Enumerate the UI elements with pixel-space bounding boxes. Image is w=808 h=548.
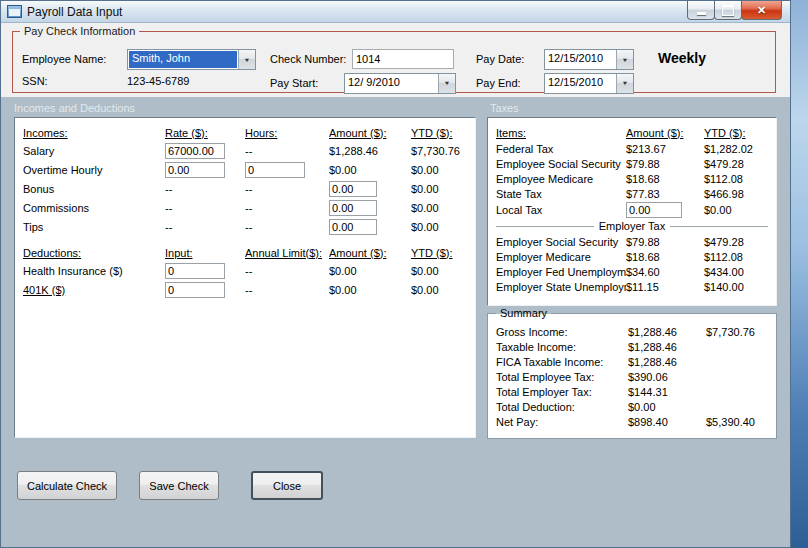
chevron-down-icon[interactable]: ▼ xyxy=(616,50,633,69)
main-area: Incomes and Deductions Taxes Incomes: Ra… xyxy=(1,97,790,547)
employee-ss-amount: $79.88 xyxy=(626,158,704,170)
income-row-commissions: Commissions -- -- $0.00 xyxy=(23,198,475,217)
rate-header: Rate ($): xyxy=(165,127,245,139)
amount-header: Amount ($): xyxy=(329,127,411,139)
tax-amount-header: Amount ($): xyxy=(626,127,704,139)
commissions-hours: -- xyxy=(245,202,329,214)
health-insurance-label: Health Insurance ($) xyxy=(23,265,165,277)
salary-ytd: $7,730.76 xyxy=(411,145,475,157)
federal-tax-amount: $213.67 xyxy=(626,143,704,155)
employee-name-combo[interactable]: Smith, John ▼ xyxy=(127,49,256,70)
income-row-salary: Salary -- $1,288.46 $7,730.76 xyxy=(23,141,475,160)
deduction-row-401k: 401K ($) -- $0.00 $0.00 xyxy=(23,280,475,299)
chevron-down-icon[interactable]: ▼ xyxy=(238,50,255,69)
tax-row: Employee Medicare $18.68 $112.08 xyxy=(496,171,768,186)
incomes-header-row: Incomes: Rate ($): Hours: Amount ($): YT… xyxy=(23,124,475,141)
local-tax-label: Local Tax xyxy=(496,204,626,216)
overtime-label: Overtime Hourly xyxy=(23,164,165,176)
summary-row: Total Employee Tax: $390.06 xyxy=(496,369,768,384)
pay-date-picker[interactable]: 12/15/2010 ▼ xyxy=(544,49,634,70)
employee-name-value: Smith, John xyxy=(129,51,237,68)
commissions-amount-input[interactable] xyxy=(329,200,377,216)
employee-medicare-label: Employee Medicare xyxy=(496,173,626,185)
commissions-label: Commissions xyxy=(23,202,165,214)
taxes-header-row: Items: Amount ($): YTD ($): xyxy=(496,124,768,141)
section-incomes-deductions: Incomes and Deductions xyxy=(14,102,135,114)
employer-state-unemployment-amount: $11.15 xyxy=(626,281,704,293)
desktop-background: Payroll Data Input Pay Check Information… xyxy=(0,0,808,548)
employer-fed-unemployment-ytd: $434.00 xyxy=(704,266,768,278)
tax-row: State Tax $77.83 $466.98 xyxy=(496,186,768,201)
pay-start-label: Pay Start: xyxy=(270,77,318,90)
save-check-button[interactable]: Save Check xyxy=(139,471,219,500)
paycheck-info-legend: Pay Check Information xyxy=(20,25,139,37)
income-row-overtime: Overtime Hourly $0.00 $0.00 xyxy=(23,160,475,179)
health-ytd: $0.00 xyxy=(411,265,475,277)
income-row-bonus: Bonus -- -- $0.00 xyxy=(23,179,475,198)
taxable-income-label: Taxable Income: xyxy=(496,341,628,353)
net-pay-ytd: $5,390.40 xyxy=(706,416,768,428)
401k-input[interactable] xyxy=(165,282,225,298)
overtime-rate-input[interactable] xyxy=(165,162,225,178)
tips-amount-input[interactable] xyxy=(329,219,377,235)
window-controls xyxy=(688,1,782,20)
overtime-hours-input[interactable] xyxy=(245,162,305,178)
input-header: Input: xyxy=(165,247,245,259)
summary-row: Gross Income: $1,288.46 $7,730.76 xyxy=(496,324,768,339)
total-employer-tax-label: Total Employer Tax: xyxy=(496,386,628,398)
incomes-deductions-panel: Incomes: Rate ($): Hours: Amount ($): YT… xyxy=(14,117,476,438)
tax-ytd-header: YTD ($): xyxy=(704,127,768,139)
local-tax-input[interactable] xyxy=(626,202,682,218)
bonus-amount-input[interactable] xyxy=(329,181,377,197)
employer-ss-label: Employer Social Security xyxy=(496,236,626,248)
401k-amount: $0.00 xyxy=(329,284,411,296)
employer-state-unemployment-label: Employer State Unemployment xyxy=(496,281,626,293)
summary-legend: Summary xyxy=(496,306,551,321)
health-insurance-input[interactable] xyxy=(165,263,225,279)
employer-ss-amount: $79.88 xyxy=(626,236,704,248)
tax-row: Employer Fed Unemployment $34.60 $434.00 xyxy=(496,264,768,279)
gross-income-amount: $1,288.46 xyxy=(628,326,706,338)
tax-row: Employer State Unemployment $11.15 $140.… xyxy=(496,279,768,294)
bonus-label: Bonus xyxy=(23,183,165,195)
chevron-down-icon[interactable]: ▼ xyxy=(616,74,633,93)
employer-tax-group-header: Employer Tax xyxy=(496,218,768,234)
gross-income-ytd: $7,730.76 xyxy=(706,326,768,338)
net-pay-label: Net Pay: xyxy=(496,416,628,428)
employer-medicare-amount: $18.68 xyxy=(626,251,704,263)
bonus-rate: -- xyxy=(165,183,245,195)
deductions-header: Deductions: xyxy=(23,247,165,259)
summary-row: Taxable Income: $1,288.46 xyxy=(496,339,768,354)
summary-row: Net Pay: $898.40 $5,390.40 xyxy=(496,414,768,429)
salary-hours: -- xyxy=(245,145,329,157)
salary-rate-input[interactable] xyxy=(165,143,225,159)
pay-date-value: 12/15/2010 xyxy=(545,50,616,69)
employer-fed-unemployment-amount: $34.60 xyxy=(626,266,704,278)
chevron-down-icon[interactable]: ▼ xyxy=(438,74,455,93)
401k-link[interactable]: 401K ($) xyxy=(23,284,165,296)
tips-hours: -- xyxy=(245,221,329,233)
check-number-input[interactable] xyxy=(352,49,454,69)
ssn-label: SSN: xyxy=(22,75,48,88)
net-pay-amount: $898.40 xyxy=(628,416,706,428)
employee-medicare-ytd: $112.08 xyxy=(704,173,768,185)
annual-limit-header: Annual Limit($): xyxy=(245,247,329,259)
state-tax-ytd: $466.98 xyxy=(704,188,768,200)
titlebar[interactable]: Payroll Data Input xyxy=(1,1,790,23)
pay-end-value: 12/15/2010 xyxy=(545,74,616,93)
maximize-icon[interactable] xyxy=(714,1,742,20)
total-deduction-label: Total Deduction: xyxy=(496,401,628,413)
pay-start-value: 12/ 9/2010 xyxy=(345,74,438,93)
employer-fed-unemployment-label: Employer Fed Unemployment xyxy=(496,266,626,278)
pay-start-picker[interactable]: 12/ 9/2010 ▼ xyxy=(344,73,456,94)
close-icon[interactable] xyxy=(741,1,782,20)
minimize-icon[interactable] xyxy=(687,1,715,20)
pay-end-picker[interactable]: 12/15/2010 ▼ xyxy=(544,73,634,94)
close-check-button[interactable]: Close xyxy=(251,471,323,500)
employer-tax-label: Employer Tax xyxy=(594,220,670,232)
calculate-check-button[interactable]: Calculate Check xyxy=(17,471,117,500)
employee-name-label: Employee Name: xyxy=(22,53,106,66)
total-employee-tax-label: Total Employee Tax: xyxy=(496,371,628,383)
employee-medicare-amount: $18.68 xyxy=(626,173,704,185)
app-icon xyxy=(7,5,22,18)
